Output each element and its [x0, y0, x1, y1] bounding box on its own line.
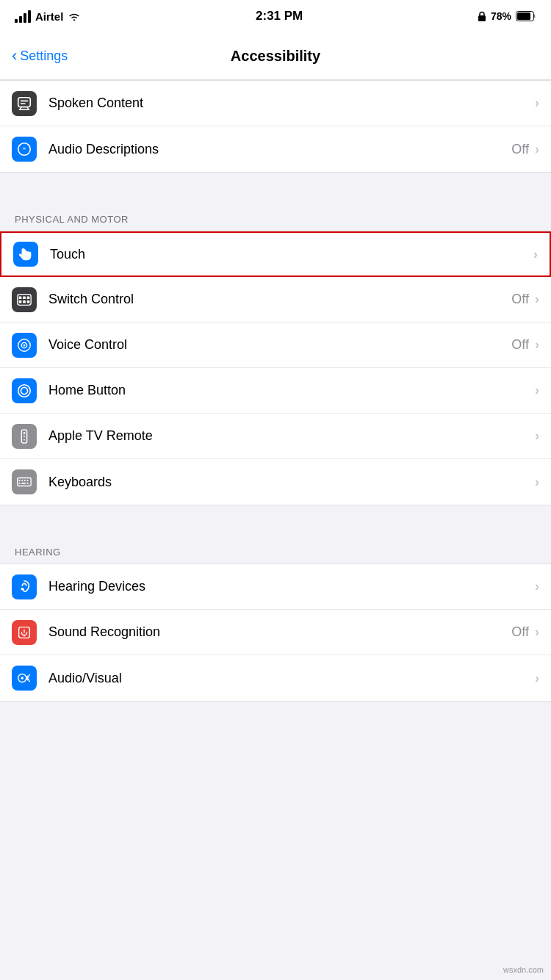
back-chevron-icon: ‹: [12, 48, 17, 64]
svg-rect-23: [19, 480, 21, 481]
svg-rect-25: [24, 480, 26, 481]
svg-rect-29: [27, 483, 29, 484]
nav-bar: ‹ Settings Accessibility: [0, 32, 551, 80]
svg-point-30: [21, 587, 24, 590]
spacer-hearing: [0, 505, 551, 532]
section-hearing: Hearing Devices › Sound Recognition Off …: [0, 563, 551, 702]
spoken-content-label: Spoken Content: [48, 96, 535, 111]
switch-control-chevron: ›: [535, 292, 539, 307]
voice-control-value: Off: [511, 337, 529, 353]
wifi-icon: [68, 11, 81, 21]
section-header-hearing: HEARING: [0, 532, 551, 563]
svg-point-21: [24, 439, 25, 440]
spoken-content-icon: [12, 91, 37, 116]
hearing-devices-label: Hearing Devices: [48, 579, 535, 594]
switch-control-label: Switch Control: [48, 292, 511, 307]
list-item-audio-descriptions[interactable]: " Audio Descriptions Off ›: [0, 126, 551, 172]
home-button-label: Home Button: [48, 383, 535, 398]
svg-rect-11: [23, 300, 26, 303]
audio-visual-icon: [12, 666, 37, 691]
section-physical-motor: Touch › Switch Control Off ›: [0, 231, 551, 505]
sound-recognition-chevron: ›: [535, 624, 539, 640]
audio-descriptions-label: Audio Descriptions: [48, 142, 511, 157]
signal-icon: [15, 10, 31, 23]
back-button[interactable]: ‹ Settings: [12, 48, 68, 64]
battery-icon: [516, 11, 536, 21]
list-item-touch[interactable]: Touch ›: [0, 231, 551, 277]
svg-point-35: [21, 677, 24, 680]
touch-label: Touch: [50, 247, 533, 262]
spoken-content-chevron: ›: [535, 96, 539, 111]
sound-recognition-label: Sound Recognition: [48, 624, 511, 640]
status-left: Airtel: [15, 10, 81, 23]
list-item-switch-control[interactable]: Switch Control Off ›: [0, 277, 551, 323]
svg-rect-9: [27, 296, 30, 299]
svg-rect-8: [23, 296, 26, 299]
keyboards-label: Keyboards: [48, 475, 535, 490]
list-item-spoken-content[interactable]: Spoken Content ›: [0, 81, 551, 126]
keyboards-chevron: ›: [535, 475, 539, 490]
svg-point-33: [24, 635, 25, 636]
svg-rect-7: [19, 296, 22, 299]
back-label: Settings: [20, 48, 68, 64]
page-title: Accessibility: [231, 48, 320, 65]
apple-tv-remote-icon: [12, 424, 37, 449]
home-button-icon: [12, 378, 37, 403]
svg-rect-10: [19, 300, 22, 303]
audio-descriptions-value: Off: [511, 142, 529, 157]
list-item-home-button[interactable]: Home Button ›: [0, 368, 551, 414]
audio-visual-chevron: ›: [535, 671, 539, 686]
audio-visual-label: Audio/Visual: [48, 671, 535, 686]
list-item-hearing-devices[interactable]: Hearing Devices ›: [0, 564, 551, 610]
watermark: wsxdn.com: [503, 965, 544, 974]
svg-rect-26: [27, 480, 29, 481]
audio-descriptions-icon: ": [12, 137, 37, 162]
section-header-physical: PHYSICAL AND MOTOR: [0, 199, 551, 231]
svg-rect-3: [18, 97, 31, 107]
spacer-physical: [0, 173, 551, 199]
list-item-keyboards[interactable]: Keyboards ›: [0, 459, 551, 505]
touch-icon: [13, 242, 38, 267]
battery-label: 78%: [491, 10, 511, 22]
hearing-devices-icon: [12, 574, 37, 599]
touch-chevron: ›: [533, 247, 538, 262]
svg-rect-0: [478, 15, 486, 21]
switch-control-value: Off: [511, 292, 529, 307]
list-item-audio-visual[interactable]: Audio/Visual ›: [0, 655, 551, 701]
svg-rect-12: [27, 300, 30, 303]
status-right: 78%: [478, 10, 536, 22]
status-bar: Airtel 2:31 PM 78%: [0, 0, 551, 32]
carrier-label: Airtel: [35, 10, 63, 23]
switch-control-icon: [12, 287, 37, 312]
svg-rect-27: [19, 483, 21, 484]
status-time: 2:31 PM: [256, 9, 303, 24]
svg-text:": ": [23, 146, 26, 154]
sections-container: Spoken Content › " Audio Descriptions Of…: [0, 80, 551, 702]
list-item-apple-tv-remote[interactable]: Apple TV Remote ›: [0, 414, 551, 459]
list-item-voice-control[interactable]: Voice Control Off ›: [0, 323, 551, 368]
audio-descriptions-chevron: ›: [535, 142, 539, 157]
apple-tv-remote-label: Apple TV Remote: [48, 428, 535, 444]
svg-point-17: [21, 387, 27, 394]
svg-rect-24: [21, 480, 23, 481]
list-item-sound-recognition[interactable]: Sound Recognition Off ›: [0, 610, 551, 655]
voice-control-label: Voice Control: [48, 337, 511, 353]
voice-control-chevron: ›: [535, 337, 539, 353]
svg-point-19: [24, 432, 26, 434]
apple-tv-remote-chevron: ›: [535, 428, 539, 444]
sound-recognition-value: Off: [511, 624, 529, 640]
hearing-devices-chevron: ›: [535, 579, 539, 594]
voice-control-icon: [12, 333, 37, 358]
svg-point-15: [24, 344, 26, 346]
svg-point-16: [18, 384, 31, 397]
section-vision-top: Spoken Content › " Audio Descriptions Of…: [0, 80, 551, 173]
svg-point-20: [24, 436, 25, 437]
svg-rect-28: [21, 483, 25, 484]
svg-rect-6: [18, 294, 31, 305]
keyboards-icon: [12, 469, 37, 494]
svg-rect-2: [517, 12, 530, 20]
sound-recognition-icon: [12, 620, 37, 645]
home-button-chevron: ›: [535, 383, 539, 398]
svg-rect-22: [18, 478, 31, 486]
lock-icon: [478, 11, 486, 22]
